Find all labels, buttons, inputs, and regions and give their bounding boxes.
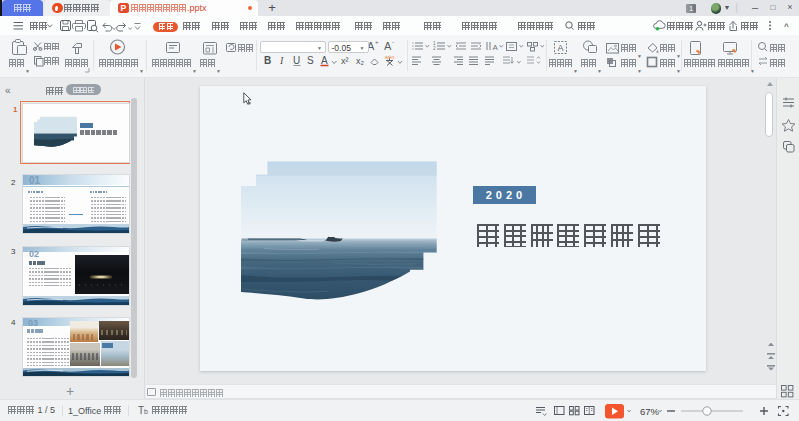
svg-text:B: B: [264, 55, 271, 66]
svg-text:-: -: [392, 39, 394, 45]
svg-text:x₂: x₂: [356, 56, 365, 66]
svg-text:2: 2: [433, 46, 436, 51]
svg-text:A: A: [384, 40, 392, 52]
svg-text:A: A: [558, 43, 564, 53]
svg-text:x²: x²: [341, 56, 349, 66]
svg-text:A: A: [493, 43, 499, 52]
svg-text:U: U: [293, 55, 300, 66]
svg-text:+: +: [375, 39, 379, 45]
svg-text:67%: 67%: [640, 406, 660, 417]
svg-text:S: S: [307, 55, 314, 66]
svg-text:A: A: [321, 55, 328, 66]
svg-text:I: I: [279, 55, 284, 66]
